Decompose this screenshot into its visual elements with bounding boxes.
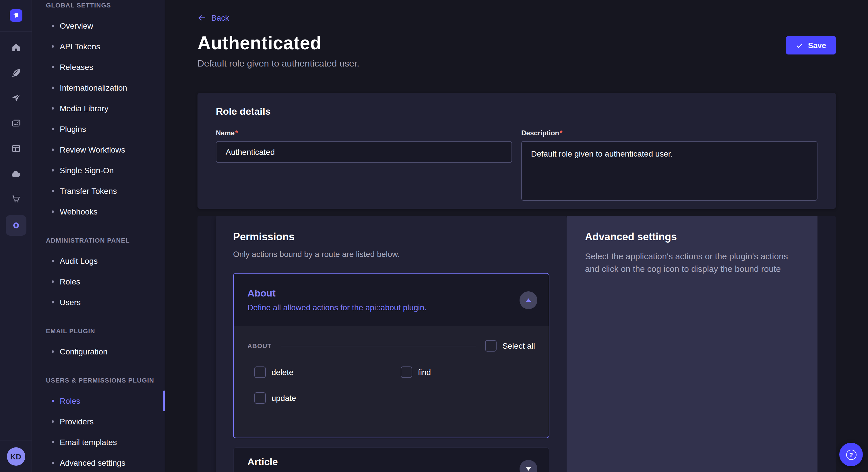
bullet-icon — [52, 107, 54, 109]
accordion-about-header[interactable]: About Define all allowed actions for the… — [234, 274, 549, 326]
advanced-settings-description: Select the application's actions or the … — [585, 250, 799, 275]
subject-label: ABOUT — [247, 342, 272, 349]
checkbox-icon — [254, 392, 266, 404]
save-button[interactable]: Save — [786, 36, 836, 55]
subnav-item-up-roles[interactable]: Roles — [32, 391, 165, 411]
bullet-icon — [52, 66, 54, 68]
bullet-icon — [52, 260, 54, 262]
settings-gear-icon[interactable] — [5, 215, 26, 236]
check-icon — [796, 42, 803, 49]
advanced-settings-heading: Advanced settings — [585, 231, 799, 243]
action-checkbox-update[interactable]: update — [254, 392, 401, 404]
required-asterisk: * — [235, 129, 238, 137]
subnav-item-transfer-tokens[interactable]: Transfer Tokens — [32, 181, 165, 201]
marketplace-cart-icon[interactable] — [7, 190, 25, 208]
subject-divider — [281, 345, 476, 346]
accordion-about-description: Define all allowed actions for the api::… — [247, 302, 427, 312]
strapi-logo-icon[interactable] — [9, 9, 22, 22]
advanced-settings-panel: Advanced settings Select the application… — [567, 216, 817, 472]
back-link[interactable]: Back — [197, 13, 229, 22]
permissions-section: Permissions Only actions bound by a rout… — [197, 216, 836, 472]
question-mark-icon: ? — [846, 449, 856, 460]
bullet-icon — [52, 350, 54, 353]
subnav-item-advanced-settings[interactable]: Advanced settings — [32, 452, 165, 472]
bullet-icon — [52, 128, 54, 130]
strapi-logo-glyph — [11, 11, 20, 20]
bullet-icon — [52, 45, 54, 47]
name-label: Name* — [216, 129, 512, 138]
description-label: Description* — [521, 129, 817, 138]
checkbox-icon — [254, 367, 266, 378]
chevron-down-icon — [525, 465, 532, 472]
subnav-item-overview[interactable]: Overview — [32, 15, 165, 36]
subnav-item-audit-logs[interactable]: Audit Logs — [32, 250, 165, 271]
subnav-item-providers[interactable]: Providers — [32, 411, 165, 432]
subnav-item-admin-roles[interactable]: Roles — [32, 271, 165, 292]
accordion-about-title: About — [247, 287, 427, 300]
back-arrow-icon — [197, 13, 207, 22]
collapse-toggle-button[interactable] — [520, 291, 537, 309]
permissions-subheading: Only actions bound by a route are listed… — [233, 249, 549, 259]
main-nav-rail: KD — [0, 0, 32, 472]
content-type-builder-icon[interactable] — [7, 64, 25, 82]
accordion-article-title: Article — [247, 456, 428, 469]
subnav-item-email-templates[interactable]: Email templates — [32, 432, 165, 452]
name-field[interactable] — [216, 141, 512, 163]
deploy-icon[interactable] — [7, 89, 25, 107]
bullet-icon — [52, 301, 54, 303]
bullet-icon — [52, 87, 54, 89]
strapi-settings-page: KD GLOBAL SETTINGS Overview API Tokens R… — [0, 0, 868, 472]
subnav-item-api-tokens[interactable]: API Tokens — [32, 36, 165, 57]
user-avatar[interactable]: KD — [7, 447, 25, 466]
media-library-icon[interactable] — [7, 114, 25, 133]
accordion-article-header[interactable]: Article Define all allowed actions for t… — [234, 448, 549, 472]
page-title: Authenticated — [197, 33, 360, 53]
subnav-item-media-library[interactable]: Media Library — [32, 98, 165, 119]
bullet-icon — [52, 280, 54, 283]
main-content: Back Authenticated Default role given to… — [165, 0, 868, 472]
bullet-icon — [52, 400, 54, 402]
expand-toggle-button[interactable] — [520, 460, 537, 472]
permissions-heading: Permissions — [233, 231, 549, 243]
bullet-icon — [52, 190, 54, 192]
role-details-card: Role details Name* Description* Default … — [197, 93, 836, 209]
select-all-checkbox[interactable]: Select all — [485, 340, 535, 351]
action-checkbox-delete[interactable]: delete — [254, 367, 401, 378]
bullet-icon — [52, 462, 54, 464]
checkbox-icon — [401, 367, 412, 378]
accordion-about-body: ABOUT Select all delete — [234, 326, 549, 436]
subnav-item-internationalization[interactable]: Internationalization — [32, 77, 165, 98]
bullet-icon — [52, 169, 54, 171]
section-header-email-plugin: EMAIL PLUGIN — [32, 326, 165, 336]
bullet-icon — [52, 441, 54, 443]
section-header-administration-panel: ADMINISTRATION PANEL — [32, 236, 165, 245]
subnav-item-admin-users[interactable]: Users — [32, 292, 165, 312]
subnav-item-releases[interactable]: Releases — [32, 57, 165, 77]
help-button[interactable]: ? — [839, 443, 863, 466]
cloud-icon[interactable] — [7, 165, 25, 183]
action-checkbox-find[interactable]: find — [401, 367, 535, 378]
checkbox-icon — [485, 340, 497, 351]
subnav-item-email-configuration[interactable]: Configuration — [32, 341, 165, 362]
subnav-item-plugins[interactable]: Plugins — [32, 119, 165, 139]
subnav-item-webhooks[interactable]: Webhooks — [32, 201, 165, 222]
settings-subnav: GLOBAL SETTINGS Overview API Tokens Rele… — [32, 0, 165, 472]
bullet-icon — [52, 25, 54, 27]
subnav-item-review-workflows[interactable]: Review Workflows — [32, 139, 165, 160]
chevron-up-icon — [525, 297, 532, 303]
home-icon[interactable] — [7, 38, 25, 57]
role-details-heading: Role details — [216, 105, 817, 118]
bullet-icon — [52, 420, 54, 423]
bullet-icon — [52, 148, 54, 151]
accordion-article-description: Define all allowed actions for the api::… — [247, 471, 428, 472]
description-field[interactable]: Default role given to authenticated user… — [521, 141, 817, 201]
content-manager-icon[interactable] — [7, 139, 25, 158]
subnav-item-single-sign-on[interactable]: Single Sign-On — [32, 160, 165, 181]
accordion-article: Article Define all allowed actions for t… — [233, 447, 549, 472]
bullet-icon — [52, 210, 54, 213]
accordion-about: About Define all allowed actions for the… — [233, 273, 549, 438]
section-header-global-settings: GLOBAL SETTINGS — [32, 1, 165, 10]
permissions-panel: Permissions Only actions bound by a rout… — [216, 216, 567, 472]
required-asterisk: * — [560, 129, 562, 137]
section-header-users-permissions-plugin: USERS & PERMISSIONS PLUGIN — [32, 376, 165, 385]
